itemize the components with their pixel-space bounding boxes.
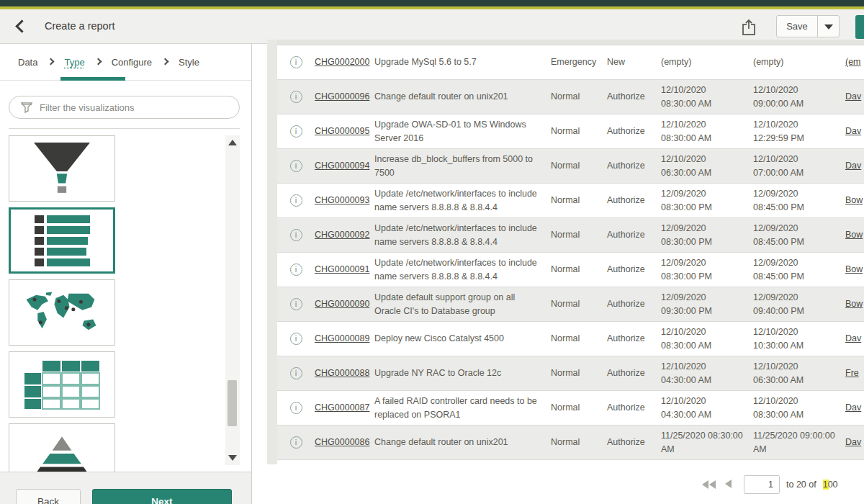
step-style[interactable]: Style bbox=[179, 57, 199, 68]
assigned-to-link[interactable]: Fre bbox=[845, 368, 859, 378]
state-cell: Authorize bbox=[607, 297, 661, 310]
record-number-link[interactable]: CHG0000087 bbox=[315, 402, 369, 413]
scrollbar-thumb[interactable] bbox=[228, 380, 237, 426]
info-cell: i bbox=[277, 160, 315, 172]
number-cell: CHG0000090 bbox=[315, 297, 374, 310]
assigned-to-link[interactable]: Bow bbox=[845, 264, 863, 274]
assigned-to-link[interactable]: Dav bbox=[845, 333, 861, 343]
filter-visualizations-input[interactable] bbox=[9, 96, 240, 119]
viz-list-scrollbar[interactable] bbox=[225, 135, 240, 465]
info-icon[interactable]: i bbox=[290, 367, 302, 379]
assigned-to-link[interactable]: Dav bbox=[845, 402, 861, 413]
info-icon[interactable]: i bbox=[290, 91, 302, 103]
end-date-cell: 12/10/2020 12:29:59 PM bbox=[753, 118, 845, 144]
assigned-to-cell: Dav bbox=[845, 401, 864, 414]
priority-cell: Normal bbox=[551, 401, 607, 414]
funnel-chart-icon bbox=[24, 140, 99, 197]
record-number-link[interactable]: CHG0000090 bbox=[315, 299, 369, 309]
chevron-right-icon bbox=[162, 58, 169, 65]
assigned-to-cell: Dav bbox=[845, 159, 864, 172]
end-date-cell: 11/25/2020 09:00:00 AM bbox=[753, 429, 845, 455]
info-icon[interactable]: i bbox=[290, 436, 302, 449]
state-cell: Authorize bbox=[607, 159, 661, 172]
info-icon[interactable]: i bbox=[290, 264, 302, 276]
step-configure[interactable]: Configure bbox=[112, 57, 152, 68]
number-cell: CHG0000088 bbox=[315, 366, 374, 379]
record-number-link[interactable]: CHG0000091 bbox=[315, 264, 369, 274]
assigned-to-link[interactable]: Dav bbox=[845, 91, 861, 102]
panel-divider bbox=[9, 128, 240, 129]
visualization-list bbox=[9, 135, 115, 495]
start-date-cell: 12/10/2020 04:30:00 AM bbox=[661, 360, 753, 386]
assigned-to-link[interactable]: Bow bbox=[845, 195, 863, 205]
short-description-cell: Upgrade NY RAC to Oracle 12c bbox=[374, 366, 551, 379]
save-button[interactable]: Save bbox=[776, 15, 818, 37]
viz-option-list[interactable] bbox=[9, 207, 115, 274]
info-icon[interactable]: i bbox=[290, 56, 302, 68]
table-row: i CHG0000088 Upgrade NY RAC to Oracle 12… bbox=[277, 356, 864, 391]
share-icon[interactable] bbox=[740, 18, 757, 37]
info-icon[interactable]: i bbox=[290, 333, 302, 345]
assigned-to-link[interactable]: Bow bbox=[845, 230, 863, 240]
end-date-cell: 12/10/2020 09:00:00 AM bbox=[753, 84, 845, 109]
funnel-filter-icon bbox=[20, 101, 33, 117]
end-date-cell: (empty) bbox=[753, 55, 845, 68]
state-cell: Authorize bbox=[607, 366, 661, 379]
assigned-to-cell: Dav bbox=[845, 436, 864, 449]
info-icon[interactable]: i bbox=[290, 160, 302, 172]
assigned-to-link[interactable]: (em bbox=[845, 57, 861, 67]
scrolled-partial-row bbox=[277, 40, 864, 45]
short-description-cell: Upgrade OWA-SD-01 to MS Windows Server 2… bbox=[374, 118, 551, 144]
step-data[interactable]: Data bbox=[18, 57, 37, 68]
info-icon[interactable]: i bbox=[290, 194, 302, 207]
info-icon[interactable]: i bbox=[290, 229, 302, 241]
run-button-partial[interactable] bbox=[855, 15, 864, 39]
record-number-link[interactable]: CHG0000089 bbox=[315, 333, 369, 343]
record-number-link[interactable]: CHG0000086 bbox=[315, 437, 369, 447]
info-icon[interactable]: i bbox=[290, 125, 302, 138]
end-date-cell: 12/10/2020 10:30:00 AM bbox=[753, 325, 845, 351]
scroll-up-icon[interactable] bbox=[228, 140, 237, 145]
info-icon[interactable]: i bbox=[290, 298, 302, 310]
back-icon[interactable] bbox=[15, 19, 28, 32]
record-number-link[interactable]: CHG0000088 bbox=[315, 368, 369, 378]
number-cell: CHG0000095 bbox=[315, 125, 374, 138]
record-number-link[interactable]: CHG0002000 bbox=[315, 57, 369, 67]
start-date-cell: 12/09/2020 08:30:00 PM bbox=[661, 222, 753, 248]
viz-option-table[interactable] bbox=[9, 351, 115, 418]
assigned-to-link[interactable]: Bow bbox=[845, 299, 863, 309]
back-button[interactable]: Back bbox=[16, 489, 81, 504]
scroll-down-icon[interactable] bbox=[228, 455, 237, 461]
viz-option-funnel[interactable] bbox=[9, 135, 115, 202]
state-cell: Authorize bbox=[607, 194, 661, 207]
step-type[interactable]: Type bbox=[64, 57, 84, 68]
number-cell: CHG0002000 bbox=[315, 55, 374, 68]
record-number-link[interactable]: CHG0000095 bbox=[315, 126, 369, 136]
save-dropdown-button[interactable] bbox=[817, 15, 840, 37]
first-page-icon[interactable] bbox=[702, 480, 716, 489]
table-row: i CHG0000093 Update /etc/network/interfa… bbox=[277, 184, 864, 218]
table-row: i CHG0002000 Upgrade MySql 5.6 to 5.7 Em… bbox=[277, 45, 864, 80]
previous-page-icon[interactable] bbox=[725, 480, 732, 490]
assigned-to-link[interactable]: Dav bbox=[845, 437, 861, 447]
record-number-link[interactable]: CHG0000092 bbox=[315, 230, 369, 240]
record-number-link[interactable]: CHG0000094 bbox=[315, 161, 369, 171]
table-row: i CHG0000095 Upgrade OWA-SD-01 to MS Win… bbox=[277, 114, 864, 149]
priority-cell: Normal bbox=[551, 194, 607, 207]
assigned-to-cell: Bow bbox=[845, 297, 864, 310]
table-row: i CHG0000091 Update /etc/network/interfa… bbox=[277, 253, 864, 287]
info-icon[interactable]: i bbox=[290, 402, 302, 414]
next-button[interactable]: Next bbox=[92, 489, 232, 504]
viz-option-world-map[interactable] bbox=[9, 279, 115, 346]
info-cell: i bbox=[277, 56, 315, 68]
end-date-cell: 12/10/2020 06:30:00 AM bbox=[753, 360, 845, 386]
assigned-to-link[interactable]: Dav bbox=[845, 126, 861, 136]
start-date-cell: 12/10/2020 08:30:00 AM bbox=[661, 325, 753, 351]
priority-cell: Emergency bbox=[551, 55, 607, 68]
assigned-to-link[interactable]: Dav bbox=[845, 161, 861, 171]
table-chart-icon bbox=[22, 357, 102, 412]
record-number-link[interactable]: CHG0000096 bbox=[315, 91, 369, 102]
page-input[interactable] bbox=[744, 475, 780, 494]
record-number-link[interactable]: CHG0000093 bbox=[315, 195, 369, 205]
records-table: i CHG0002000 Upgrade MySql 5.6 to 5.7 Em… bbox=[277, 40, 864, 464]
